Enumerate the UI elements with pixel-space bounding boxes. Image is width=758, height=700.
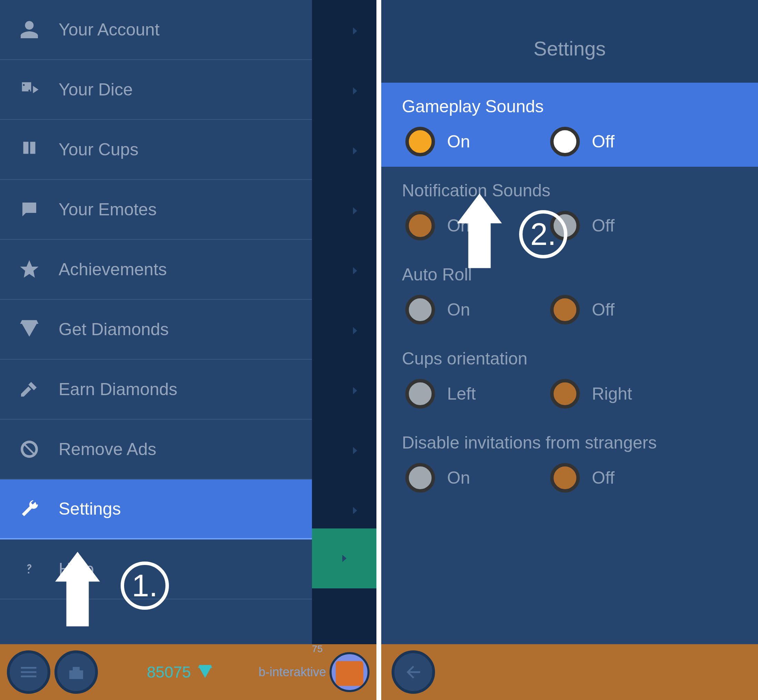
user-level: 75: [312, 644, 323, 655]
radio-icon: [406, 127, 435, 156]
cups-icon: [14, 139, 45, 160]
diamond-icon: [196, 664, 214, 681]
annotation-number: 2.: [519, 210, 567, 258]
radio-icon: [406, 211, 435, 241]
radio-off[interactable]: Off: [550, 127, 653, 156]
wrench-icon: [14, 498, 45, 519]
setting-notification-sounds: Notification Sounds On Off: [381, 167, 758, 251]
radio-left[interactable]: Left: [406, 379, 509, 409]
radio-icon: [406, 295, 435, 325]
ban-icon: [14, 439, 45, 459]
setting-title: Gameplay Sounds: [402, 97, 737, 116]
radio-icon: [550, 127, 580, 156]
emotes-icon: [14, 199, 45, 220]
radio-label: On: [447, 468, 470, 488]
radio-label: On: [447, 300, 470, 320]
menu-item-get-diamonds[interactable]: Get Diamonds: [0, 300, 312, 359]
menu-item-account[interactable]: Your Account: [0, 0, 312, 60]
radio-icon: [550, 295, 580, 325]
setting-auto-roll: Auto Roll On Off: [381, 251, 758, 335]
radio-icon: [550, 379, 580, 409]
chevron-icon: [348, 144, 362, 158]
question-icon: [14, 557, 45, 581]
header-text: Settings: [534, 37, 606, 60]
menu-label: Your Cups: [59, 139, 139, 159]
settings-body: Gameplay Sounds On Off Notification Soun…: [381, 83, 758, 503]
star-icon: [14, 258, 45, 280]
chevron-icon: [348, 24, 362, 38]
menu-item-achievements[interactable]: Achievements: [0, 240, 312, 300]
bottom-bar: 85075 75 b-interaktive: [0, 644, 376, 700]
chevron-icon: [348, 264, 362, 278]
menu-label: Your Emotes: [59, 200, 157, 219]
back-button[interactable]: [392, 650, 435, 694]
diamonds-display[interactable]: 85075: [147, 663, 214, 681]
user-profile[interactable]: 75 b-interaktive: [258, 665, 326, 679]
radio-label: On: [447, 131, 470, 152]
bottom-bar: [381, 644, 758, 700]
setting-gameplay-sounds: Gameplay Sounds On Off: [381, 83, 758, 167]
screen-settings: Settings Gameplay Sounds On Off Notifica…: [381, 0, 758, 700]
annotation-text: 1.: [132, 568, 158, 603]
setting-title: Auto Roll: [402, 264, 737, 284]
menu-label: Achievements: [59, 259, 167, 280]
radio-icon: [406, 379, 435, 409]
radio-label: Off: [592, 468, 615, 488]
annotation-arrow-icon: [55, 551, 97, 628]
radio-right[interactable]: Right: [550, 379, 653, 409]
diamond-icon: [14, 318, 45, 341]
background-dim: [312, 0, 376, 644]
setting-title: Disable invitations from strangers: [402, 433, 737, 453]
hammer-icon: [14, 378, 45, 400]
menu-label: Get Diamonds: [59, 319, 169, 339]
menu-item-settings[interactable]: Settings: [0, 480, 312, 539]
radio-icon: [550, 463, 580, 493]
chevron-icon: [348, 504, 362, 517]
menu-label: Your Account: [59, 20, 160, 40]
menu-label: Remove Ads: [59, 439, 156, 459]
menu-item-emotes[interactable]: Your Emotes: [0, 180, 312, 240]
radio-on[interactable]: On: [406, 127, 509, 156]
chevron-icon: [348, 444, 362, 458]
annotation-text: 2.: [530, 217, 556, 252]
annotation-number: 1.: [121, 561, 169, 610]
radio-off[interactable]: Off: [550, 295, 653, 325]
diamonds-count: 85075: [147, 663, 191, 681]
screen-menu: Your Account Your Dice Your Cups Your Em…: [0, 0, 376, 700]
chevron-icon: [348, 384, 362, 398]
setting-cups-orientation: Cups orientation Left Right: [381, 335, 758, 419]
menu-item-cups[interactable]: Your Cups: [0, 120, 312, 180]
menu-item-remove-ads[interactable]: Remove Ads: [0, 420, 312, 480]
setting-disable-invitations: Disable invitations from strangers On Of…: [381, 419, 758, 503]
chevron-icon: [348, 84, 362, 98]
menu-label: Settings: [59, 499, 121, 519]
menu-item-earn-diamonds[interactable]: Earn Diamonds: [0, 359, 312, 420]
radio-label: Left: [447, 384, 476, 404]
username: b-interaktive: [258, 665, 326, 679]
radio-off[interactable]: Off: [550, 463, 653, 493]
radio-label: Off: [592, 131, 615, 152]
menu-label: Earn Diamonds: [59, 379, 177, 399]
setting-title: Cups orientation: [402, 348, 737, 369]
radio-label: Off: [592, 216, 615, 236]
annotation-arrow-icon: [457, 193, 498, 270]
menu-label: Your Dice: [59, 80, 133, 100]
radio-label: Right: [592, 384, 632, 404]
menu-panel: Your Account Your Dice Your Cups Your Em…: [0, 0, 312, 644]
menu-item-dice[interactable]: Your Dice: [0, 60, 312, 120]
person-icon: [14, 19, 45, 40]
radio-icon: [406, 463, 435, 493]
avatar[interactable]: [329, 652, 370, 692]
dice-icon: [14, 78, 45, 101]
radio-label: Off: [592, 300, 615, 320]
chevron-icon: [348, 204, 362, 218]
radio-on[interactable]: On: [406, 463, 509, 493]
chevron-icon: [348, 324, 362, 338]
setting-title: Notification Sounds: [402, 181, 737, 200]
chevron-icon: [312, 528, 376, 588]
menu-button[interactable]: [7, 650, 50, 694]
home-button[interactable]: [55, 650, 98, 694]
radio-on[interactable]: On: [406, 295, 509, 325]
page-title: Settings: [381, 0, 758, 83]
